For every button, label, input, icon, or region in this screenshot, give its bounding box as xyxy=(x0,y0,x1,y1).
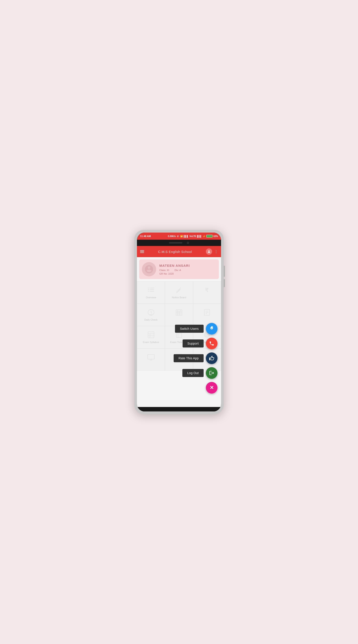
svg-rect-6 xyxy=(150,291,154,292)
grid-item-timetable1[interactable] xyxy=(165,304,193,326)
grid-label-overview: Overview xyxy=(146,296,156,299)
battery-bar xyxy=(206,235,213,238)
hotspot-icon: 🎯 xyxy=(177,235,179,238)
user-div: Div: A xyxy=(175,269,181,272)
signal2-icon: ▌▌▌ xyxy=(197,235,202,238)
user-info: MATEEN ANSARI Class: XI Div: A GR No: 10… xyxy=(159,264,216,275)
hamburger-button[interactable] xyxy=(140,250,144,253)
close-fab[interactable]: ✕ xyxy=(206,382,217,394)
grid-label-dailycheck: Daily Check xyxy=(144,318,158,321)
svg-rect-39 xyxy=(211,326,212,327)
app-screen: C.M.S English School ⋮ xyxy=(137,246,221,407)
bottom-bar xyxy=(137,407,221,412)
grid-item-doc[interactable] xyxy=(193,304,221,326)
fab-row-switch: Switch Users xyxy=(175,323,217,334)
volte-label: VoLTE xyxy=(190,235,196,238)
user-avatar xyxy=(142,262,156,276)
svg-rect-9 xyxy=(149,314,153,315)
logout-button[interactable]: Log Out xyxy=(182,369,204,377)
user-name: MATEEN ANSARI xyxy=(159,264,216,268)
network-speed: 0.36K/s xyxy=(168,235,176,238)
svg-rect-3 xyxy=(148,289,149,290)
side-button-power[interactable] xyxy=(224,279,225,287)
signal-icon: ▌▌▌ xyxy=(184,235,188,238)
fab-row-support: Support xyxy=(183,338,217,349)
wifi-icon: 📶 xyxy=(180,235,183,238)
account-icon[interactable] xyxy=(206,248,212,255)
front-camera xyxy=(187,242,189,244)
grid-item-monitor[interactable] xyxy=(137,348,165,371)
side-button-volume[interactable] xyxy=(224,266,225,277)
svg-rect-2 xyxy=(150,288,154,288)
svg-rect-4 xyxy=(150,289,154,290)
fab-row-logout: Log Out xyxy=(182,367,217,379)
grid-item-dailycheck[interactable]: Daily Check xyxy=(137,304,165,326)
svg-rect-31 xyxy=(148,354,154,359)
header-icons: ⋮ xyxy=(206,248,218,255)
app-title: C.M.S English School xyxy=(158,250,192,254)
speaker xyxy=(169,242,182,244)
battery-pct: 63% xyxy=(213,235,218,238)
user-details: Class: XI Div: A xyxy=(159,269,216,272)
more-icon[interactable]: ⋮ xyxy=(214,250,218,254)
fab-row-close: ✕ xyxy=(206,382,217,394)
support-fab[interactable] xyxy=(206,338,217,349)
svg-rect-1 xyxy=(148,288,149,288)
fab-menu: Switch Users xyxy=(174,323,217,394)
grid-label-syllabus: Exam Syllabus xyxy=(143,340,159,344)
grid-item-noticeboard[interactable]: Notice Board xyxy=(165,281,193,304)
user-gr: GR No: 1020 xyxy=(159,272,216,275)
svg-rect-22 xyxy=(148,332,154,338)
logout-fab[interactable] xyxy=(206,367,217,379)
status-bar: 11:48 AM 0.36K/s 🎯 📶 ▌▌▌ VoLTE ▌▌▌ ⚡ 63% xyxy=(137,232,221,240)
status-icons: 0.36K/s 🎯 📶 ▌▌▌ VoLTE ▌▌▌ ⚡ 63% xyxy=(168,235,218,238)
status-time: 11:48 AM xyxy=(140,235,151,238)
app-header: C.M.S English School ⋮ xyxy=(137,246,221,257)
switch-users-button[interactable]: Switch Users xyxy=(175,325,204,333)
svg-rect-5 xyxy=(148,291,149,292)
phone-screen: 11:48 AM 0.36K/s 🎯 📶 ▌▌▌ VoLTE ▌▌▌ ⚡ 63% xyxy=(137,232,221,412)
user-class: Class: XI xyxy=(159,269,169,272)
rate-app-fab[interactable] xyxy=(206,352,217,364)
switch-users-fab[interactable] xyxy=(206,323,217,334)
svg-text:₹: ₹ xyxy=(205,287,209,293)
user-card: MATEEN ANSARI Class: XI Div: A GR No: 10… xyxy=(139,260,219,279)
fab-row-rate: Rate This App xyxy=(174,352,217,364)
phone-frame: 11:48 AM 0.36K/s 🎯 📶 ▌▌▌ VoLTE ▌▌▌ ⚡ 63% xyxy=(134,230,224,414)
grid-label-noticeboard: Notice Board xyxy=(172,296,186,299)
notch xyxy=(137,240,221,246)
svg-point-0 xyxy=(208,250,209,252)
charge-icon: ⚡ xyxy=(203,235,205,238)
rate-app-button[interactable]: Rate This App xyxy=(174,354,204,362)
support-button[interactable]: Support xyxy=(183,340,204,348)
grid-item-syllabus[interactable]: Exam Syllabus xyxy=(137,326,165,348)
grid-item-fees[interactable]: ₹ xyxy=(193,281,221,304)
grid-item-overview[interactable]: Overview xyxy=(137,281,165,304)
